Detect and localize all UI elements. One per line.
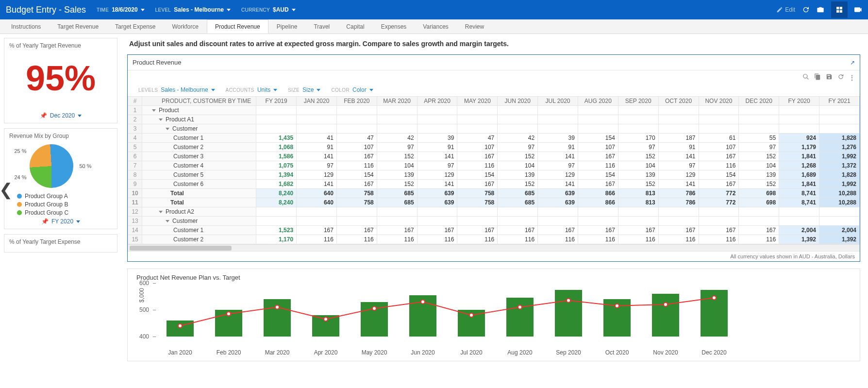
grid-cell[interactable] <box>699 106 739 115</box>
tab-instructions[interactable]: Instructions <box>3 19 49 34</box>
grid-cell[interactable]: 786 <box>658 189 699 198</box>
grid-cell[interactable]: 152 <box>498 180 538 189</box>
grid-cell[interactable]: 8,240 <box>256 198 297 207</box>
grid-cell[interactable] <box>618 115 658 124</box>
grid-cell[interactable]: 167 <box>578 152 618 161</box>
grid-col-header[interactable]: JUL 2020 <box>538 97 578 106</box>
grid-cell[interactable]: 107 <box>457 143 498 152</box>
grid-cell[interactable] <box>618 207 658 217</box>
grid-cell[interactable]: 639 <box>538 189 578 198</box>
table-row[interactable]: 10Total8,2406407586856397586856398668137… <box>128 189 860 198</box>
grid-cell[interactable] <box>538 106 578 115</box>
grid-cell[interactable] <box>297 217 337 226</box>
grid-cell[interactable]: 152 <box>377 152 417 161</box>
grid-cell[interactable] <box>819 106 860 115</box>
refresh-icon[interactable] <box>837 73 844 82</box>
grid-cell[interactable]: 116 <box>377 235 417 244</box>
grid-cell[interactable]: 1,394 <box>256 170 297 180</box>
grid-cell[interactable] <box>538 217 578 226</box>
expand-icon[interactable]: ↗ <box>850 59 855 66</box>
grid-cell[interactable]: 116 <box>658 235 699 244</box>
grid-cell[interactable] <box>417 106 457 115</box>
grid-cell[interactable]: 116 <box>578 161 618 170</box>
grid-cell[interactable]: 1,828 <box>819 170 860 180</box>
grid-cell[interactable] <box>377 207 417 217</box>
grid-cell[interactable]: 1,075 <box>256 161 297 170</box>
grid-cell[interactable] <box>457 124 498 134</box>
row-label[interactable]: Product A2 <box>142 207 256 217</box>
grid-cell[interactable] <box>819 217 860 226</box>
grid-cell[interactable] <box>256 217 297 226</box>
tab-target-expense[interactable]: Target Expense <box>107 19 164 34</box>
grid-cell[interactable] <box>779 217 819 226</box>
grid-cell[interactable] <box>618 124 658 134</box>
grid-cell[interactable]: 170 <box>618 134 658 143</box>
grid-cell[interactable] <box>779 106 819 115</box>
row-label[interactable]: Customer 6 <box>142 180 256 189</box>
kpi-time-pin[interactable]: 📌 Dec 2020 <box>9 112 112 119</box>
row-label[interactable]: Customer 5 <box>142 170 256 180</box>
grid-cell[interactable] <box>739 115 779 124</box>
grid-cell[interactable]: 116 <box>457 161 498 170</box>
grid-cell[interactable]: 104 <box>498 161 538 170</box>
grid-cell[interactable] <box>498 207 538 217</box>
table-row[interactable]: 13Customer <box>128 217 860 226</box>
tab-capital[interactable]: Capital <box>338 19 372 34</box>
grid-cell[interactable]: 154 <box>578 170 618 180</box>
edit-button[interactable]: Edit <box>776 6 795 13</box>
grid-cell[interactable]: 97 <box>658 161 699 170</box>
grid-cell[interactable]: 116 <box>618 235 658 244</box>
grid-cell[interactable]: 152 <box>739 180 779 189</box>
grid-cell[interactable]: 97 <box>417 161 457 170</box>
grid-cell[interactable]: 42 <box>377 134 417 143</box>
grid-cell[interactable]: 141 <box>538 152 578 161</box>
grid-cell[interactable] <box>819 124 860 134</box>
grid-cell[interactable]: 813 <box>618 189 658 198</box>
grid-cell[interactable] <box>819 115 860 124</box>
grid-cell[interactable]: 141 <box>417 152 457 161</box>
grid-cell[interactable] <box>618 217 658 226</box>
grid-cell[interactable] <box>417 124 457 134</box>
row-label[interactable]: Product <box>142 106 256 115</box>
grid-cell[interactable] <box>618 106 658 115</box>
back-arrow-icon[interactable]: ❮ <box>0 180 13 199</box>
table-row[interactable]: 5Customer 21,068911079791107979110797911… <box>128 143 860 152</box>
grid-cell[interactable]: 116 <box>498 235 538 244</box>
grid-cell[interactable]: 129 <box>658 170 699 180</box>
grid-cell[interactable]: 139 <box>739 170 779 180</box>
grid-cell[interactable]: 152 <box>739 152 779 161</box>
grid-cell[interactable] <box>739 106 779 115</box>
grid-cell[interactable]: 1,841 <box>779 180 819 189</box>
grid-cell[interactable] <box>457 115 498 124</box>
grid-col-header[interactable]: FY 2021 <box>819 97 860 106</box>
grid-cell[interactable] <box>498 217 538 226</box>
grid-cell[interactable] <box>498 124 538 134</box>
grid-cell[interactable]: 1,992 <box>819 180 860 189</box>
grid-cell[interactable]: 107 <box>699 143 739 152</box>
grid-cell[interactable] <box>417 115 457 124</box>
grid-cell[interactable]: 10,288 <box>819 189 860 198</box>
grid-cell[interactable] <box>498 115 538 124</box>
row-label[interactable]: Customer <box>142 124 256 134</box>
grid-cell[interactable]: 8,240 <box>256 189 297 198</box>
grid-cell[interactable]: 154 <box>578 134 618 143</box>
grid-cell[interactable]: 167 <box>699 152 739 161</box>
grid-cell[interactable]: 141 <box>297 152 337 161</box>
grid-cell[interactable] <box>336 217 377 226</box>
grid-cell[interactable]: 116 <box>297 235 337 244</box>
table-row[interactable]: 6Customer 31,586141167152141167152141167… <box>128 152 860 161</box>
grid-cell[interactable]: 116 <box>739 235 779 244</box>
grid-cell[interactable] <box>538 115 578 124</box>
grid-cell[interactable]: 116 <box>457 235 498 244</box>
table-row[interactable]: 7Customer 41,075971161049711610497116104… <box>128 161 860 170</box>
grid-cell[interactable] <box>658 115 699 124</box>
grid-cell[interactable]: 758 <box>336 198 377 207</box>
grid-cell[interactable]: 167 <box>297 226 337 235</box>
grid-cell[interactable] <box>336 106 377 115</box>
tab-variances[interactable]: Variances <box>415 19 456 34</box>
grid-cell[interactable] <box>578 106 618 115</box>
grid-cell[interactable] <box>297 124 337 134</box>
grid-cell[interactable]: 141 <box>297 180 337 189</box>
tab-travel[interactable]: Travel <box>305 19 338 34</box>
grid-cell[interactable]: 129 <box>538 170 578 180</box>
